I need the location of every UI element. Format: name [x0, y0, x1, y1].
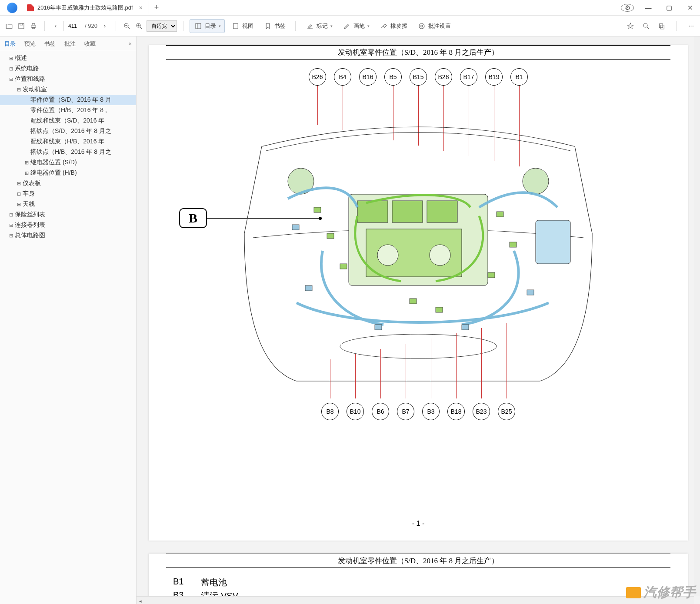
tree-item[interactable]: ⊞保险丝列表: [0, 209, 136, 220]
search-icon[interactable]: [641, 21, 651, 31]
anno-settings-label: 批注设置: [428, 22, 451, 30]
svg-rect-35: [375, 325, 382, 330]
engine-illustration: [236, 120, 601, 398]
tree-item[interactable]: 零件位置（S/D、2016 年 8 月: [0, 95, 136, 105]
tree-item[interactable]: ⊞连接器列表: [0, 220, 136, 230]
content-area[interactable]: 发动机室零件位置（S/D、2016 年 8 月之后生产） B26B4B16B5B…: [137, 37, 700, 604]
tree-item[interactable]: 搭铁点（S/D、2016 年 8 月之: [0, 126, 136, 136]
minimize-icon[interactable]: —: [642, 4, 655, 11]
watermark: 汽修帮手: [626, 584, 696, 601]
svg-rect-0: [19, 23, 24, 29]
print-icon[interactable]: [29, 21, 38, 31]
view-icon: [231, 21, 240, 31]
tree-twisty[interactable]: ⊟: [8, 76, 14, 82]
outline-label: 目录: [205, 22, 216, 30]
sidebar: 目录 预览 书签 批注 收藏 × ⊞概述⊞系统电路⊟位置和线路⊟发动机室零件位置…: [0, 37, 137, 604]
tree-item[interactable]: ⊞继电器位置 (S/D): [0, 157, 136, 168]
connector-label-b5: B5: [384, 68, 402, 86]
mark-button[interactable]: 标记 ▾: [302, 20, 336, 33]
tree-twisty[interactable]: ⊞: [8, 56, 14, 61]
zoom-select[interactable]: 自适宽: [147, 20, 177, 32]
tree-twisty[interactable]: ⊞: [8, 212, 14, 218]
tree-twisty[interactable]: ⊞: [16, 181, 22, 186]
svg-rect-31: [292, 225, 299, 230]
tab-preview[interactable]: 预览: [20, 40, 40, 48]
tab-bookmarks[interactable]: 书签: [40, 40, 60, 48]
scroll-left-icon[interactable]: ◂: [137, 597, 144, 604]
next-page-icon[interactable]: ›: [100, 21, 110, 31]
tree-twisty[interactable]: ⊞: [16, 202, 22, 207]
tree-label: 仪表板: [23, 179, 41, 187]
bookmark-button[interactable]: 书签: [260, 20, 289, 33]
svg-rect-1: [31, 25, 36, 27]
view-label: 视图: [242, 22, 253, 30]
tree-item[interactable]: ⊞系统电路: [0, 63, 136, 74]
star-icon[interactable]: [626, 21, 635, 31]
section-b-label: B: [179, 208, 207, 228]
new-tab-button[interactable]: +: [149, 3, 164, 12]
tree-twisty[interactable]: ⊟: [16, 87, 22, 93]
svg-rect-37: [536, 220, 570, 264]
svg-point-22: [430, 245, 450, 265]
sidebar-tabs: 目录 预览 书签 批注 收藏 ×: [0, 37, 136, 51]
tree-item[interactable]: ⊟位置和线路: [0, 74, 136, 84]
tree-twisty[interactable]: ⊞: [8, 66, 14, 72]
tree-item[interactable]: 配线和线束（H/B、2016 年: [0, 136, 136, 147]
tree-item[interactable]: 零件位置（H/B、2016 年 8 ,: [0, 105, 136, 116]
chevron-down-icon: ▾: [367, 24, 370, 28]
pen-button[interactable]: 画笔 ▾: [339, 20, 373, 33]
tree-item[interactable]: ⊞总体电路图: [0, 230, 136, 241]
svg-rect-32: [305, 285, 312, 291]
maximize-icon[interactable]: ▢: [663, 4, 676, 12]
svg-rect-36: [462, 325, 469, 330]
tree-twisty[interactable]: ⊞: [8, 222, 14, 228]
tree-label: 总体电路图: [15, 232, 45, 239]
prev-page-icon[interactable]: ‹: [51, 21, 60, 31]
tree-item[interactable]: ⊞仪表板: [0, 178, 136, 189]
sidebar-close-icon[interactable]: ×: [124, 40, 136, 47]
lead-line: [355, 354, 356, 398]
gear-icon: [417, 21, 427, 31]
horizontal-scrollbar[interactable]: ◂: [137, 596, 694, 604]
connector-label-b26: B26: [309, 68, 326, 86]
connector-label-b18: B18: [447, 403, 465, 420]
zoom-out-icon[interactable]: [122, 21, 132, 31]
tab-annotations[interactable]: 批注: [60, 40, 80, 48]
tree-item[interactable]: ⊞概述: [0, 53, 136, 63]
view-button[interactable]: 视图: [227, 20, 257, 33]
pen-icon: [342, 21, 352, 31]
tree-twisty[interactable]: ⊞: [23, 160, 30, 166]
watermark-text: 汽修帮手: [643, 584, 696, 601]
page-input[interactable]: [63, 21, 82, 31]
vertical-scrollbar[interactable]: [694, 37, 700, 596]
tree-item[interactable]: 配线和线束（S/D、2016 年: [0, 116, 136, 126]
connector-label-b3: B3: [422, 403, 440, 420]
close-window-icon[interactable]: ✕: [683, 4, 697, 12]
tree-twisty[interactable]: ⊞: [8, 233, 14, 239]
tree-item[interactable]: ⊟发动机室: [0, 84, 136, 95]
anno-settings-button[interactable]: 批注设置: [413, 20, 454, 33]
copy-icon[interactable]: [657, 21, 667, 31]
zoom-in-icon[interactable]: [134, 21, 144, 31]
tree-item[interactable]: ⊞继电器位置 (H/B): [0, 168, 136, 178]
tree-twisty[interactable]: ⊞: [16, 191, 22, 197]
tab-outline[interactable]: 目录: [0, 40, 20, 48]
lead-line: [431, 339, 431, 398]
settings-icon[interactable]: ⚙: [621, 4, 634, 12]
document-tab[interactable]: 2016年丰田威驰雅力士致炫电路图.pdf ×: [21, 1, 149, 14]
tree-twisty[interactable]: ⊞: [23, 170, 30, 176]
svg-rect-12: [661, 25, 664, 29]
connector-label-b6: B6: [372, 403, 389, 420]
tree-item[interactable]: ⊞车身: [0, 189, 136, 199]
close-icon[interactable]: ×: [139, 4, 143, 11]
outline-button[interactable]: 目录 ▾: [190, 19, 225, 33]
open-icon[interactable]: [4, 21, 14, 31]
lead-line: [507, 323, 507, 398]
more-icon[interactable]: ⋯: [686, 21, 696, 31]
tree-label: 零件位置（H/B、2016 年 8 ,: [30, 106, 107, 114]
save-icon[interactable]: [17, 21, 26, 31]
tree-item[interactable]: ⊞天线: [0, 199, 136, 209]
tab-favorites[interactable]: 收藏: [80, 40, 100, 48]
eraser-button[interactable]: 橡皮擦: [376, 20, 411, 33]
tree-item[interactable]: 搭铁点（H/B、2016 年 8 月之: [0, 147, 136, 157]
